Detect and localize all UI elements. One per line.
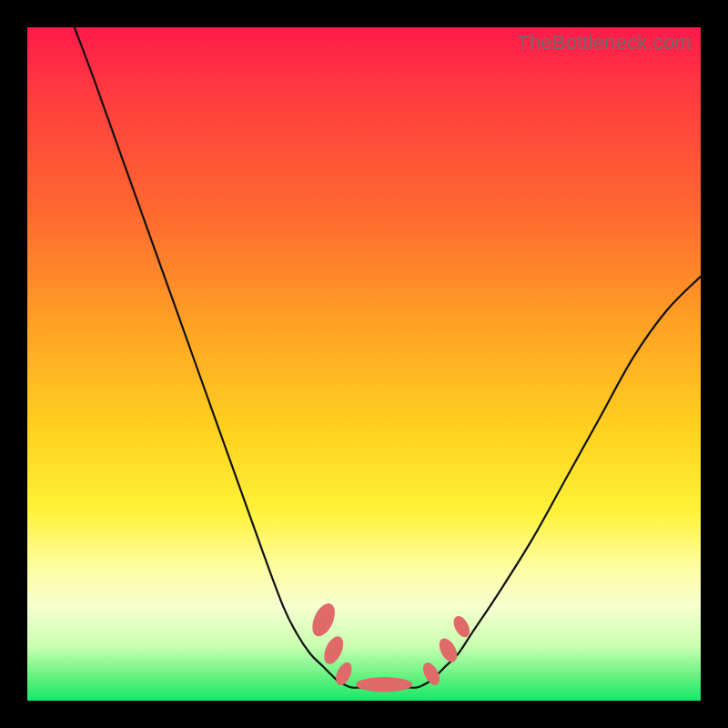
- curve-marker: [356, 677, 412, 692]
- chart-frame: TheBottleneck.com: [0, 0, 728, 728]
- curve-marker: [333, 660, 355, 687]
- curve-layer: [27, 27, 701, 701]
- curve-marker: [436, 635, 461, 664]
- curve-left-arm: [75, 27, 338, 681]
- curve-right-arm: [431, 277, 701, 681]
- curve-marker: [320, 633, 347, 667]
- marker-group: [308, 600, 472, 692]
- curve-marker: [308, 600, 339, 640]
- plot-area: TheBottleneck.com: [27, 27, 701, 701]
